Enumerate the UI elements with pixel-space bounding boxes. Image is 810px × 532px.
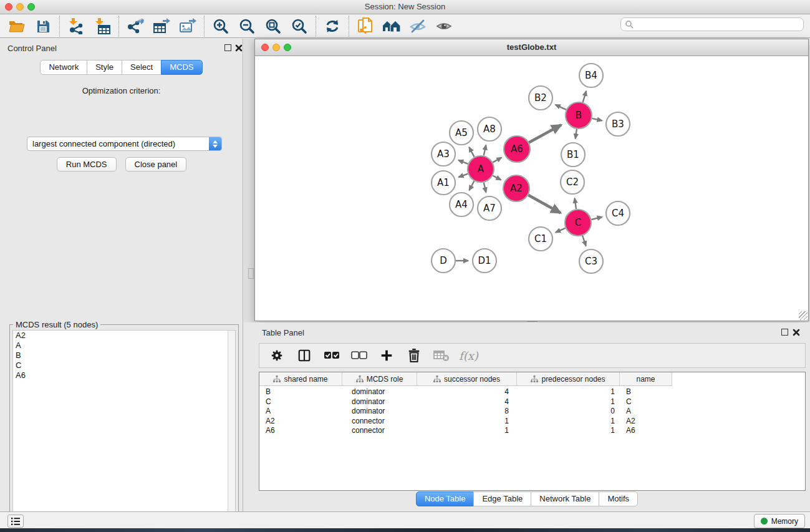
open-folder-icon[interactable] — [4, 16, 30, 36]
splitter-handle[interactable] — [248, 268, 254, 279]
graph-edge-B-B1[interactable] — [576, 129, 577, 139]
graph-edge-C-C2[interactable] — [575, 198, 576, 209]
zoom-in-icon[interactable] — [208, 16, 234, 36]
result-list-item[interactable]: A2 — [13, 331, 235, 341]
node-table[interactable]: shared name MCDS role successor nodes pr… — [259, 372, 806, 491]
tab-network[interactable]: Network — [40, 60, 87, 75]
graph-edge-A6-B[interactable] — [529, 125, 561, 142]
cell-successor-nodes: 1 — [417, 417, 509, 426]
graph-edge-B-B3[interactable] — [592, 118, 602, 121]
cell-mcds-role: connector — [352, 426, 385, 435]
result-list-item[interactable]: B — [13, 351, 235, 360]
tab-mcds[interactable]: MCDS — [161, 60, 202, 75]
search-input[interactable] — [634, 19, 803, 30]
graph-edge-A-A7[interactable] — [484, 183, 486, 193]
cell-shared-name: A6 — [266, 426, 275, 435]
optimization-criterion-label: Optimization criterion: — [0, 86, 243, 95]
result-list-item[interactable]: A — [13, 341, 235, 351]
hide-toggle-icon[interactable] — [405, 16, 431, 36]
graph-edge-A-A4[interactable] — [469, 181, 474, 190]
export-table-icon[interactable] — [148, 16, 175, 36]
houses-icon[interactable] — [378, 16, 405, 36]
table-row[interactable]: A6 connector 1 1 A6 — [259, 426, 805, 436]
run-mcds-button[interactable]: Run MCDS — [57, 157, 117, 172]
column-header-mcds-role[interactable]: MCDS role — [342, 372, 417, 385]
zoom-fit-icon[interactable] — [260, 16, 286, 36]
graph-edge-C-C1[interactable] — [556, 228, 566, 233]
network-window-titlebar[interactable]: testGlobe.txt — [255, 39, 808, 56]
cell-successor-nodes: 4 — [417, 397, 509, 407]
graph-edge-A-A5[interactable] — [469, 147, 474, 157]
memory-button[interactable]: Memory — [754, 514, 805, 528]
table-row[interactable]: A dominator 8 0 A — [259, 407, 805, 417]
table-row[interactable]: C dominator 4 1 C — [259, 397, 805, 407]
graph-edge-C-C3[interactable] — [582, 236, 586, 246]
graph-edge-A-A1[interactable] — [458, 174, 468, 177]
graph-edge-C-C4[interactable] — [591, 217, 602, 220]
table-row[interactable]: B dominator 4 1 B — [259, 387, 805, 397]
add-column-icon[interactable] — [375, 346, 398, 365]
float-table-panel-icon[interactable] — [781, 329, 788, 336]
delete-column-trash-icon[interactable] — [403, 346, 425, 365]
column-header-label: successor nodes — [444, 375, 500, 384]
main-titlebar: Session: New Session — [0, 0, 810, 14]
network-graph-canvas[interactable]: B4B2BB3B1A5A8A6A3AA1A4A7A2C2CC4C1C3DD1 — [255, 56, 808, 321]
show-all-eye-icon[interactable] — [431, 16, 457, 36]
select-all-checkboxes-icon[interactable] — [321, 346, 343, 365]
table-toolbar: f(x) — [259, 343, 806, 368]
tab-node-table[interactable]: Node Table — [416, 491, 475, 506]
graph-edge-B-B4[interactable] — [583, 91, 587, 102]
import-network-icon[interactable] — [63, 16, 89, 36]
column-type-icon — [531, 375, 538, 383]
deselect-all-checkboxes-icon[interactable] — [348, 346, 370, 365]
tab-network-table[interactable]: Network Table — [531, 491, 599, 506]
mcds-result-list[interactable]: A2 A B C A6 — [12, 330, 236, 532]
result-list-item[interactable]: A6 — [13, 370, 235, 380]
zoom-selected-icon[interactable] — [286, 16, 312, 36]
graph-node-label-A7: A7 — [483, 203, 496, 214]
close-panel-icon[interactable] — [235, 44, 243, 52]
result-list-scrollbar[interactable] — [228, 331, 235, 532]
cell-mcds-role: dominator — [352, 407, 385, 416]
graph-edge-A2-C[interactable] — [528, 195, 561, 213]
tab-motifs[interactable]: Motifs — [599, 491, 638, 506]
result-list-item[interactable]: C — [13, 360, 235, 370]
criterion-dropdown[interactable]: largest connected component (directed) — [27, 137, 222, 151]
export-network-icon[interactable] — [122, 16, 148, 36]
cell-shared-name: A — [266, 407, 271, 416]
copy-network-icon[interactable] — [352, 16, 378, 36]
graph-node-label-A3: A3 — [437, 148, 450, 160]
tab-style[interactable]: Style — [87, 60, 122, 75]
cell-name: B — [626, 387, 631, 397]
criterion-dropdown-value: largest connected component (directed) — [27, 139, 209, 148]
graph-edge-B-B2[interactable] — [556, 105, 566, 110]
import-table-icon[interactable] — [89, 16, 115, 36]
refresh-layout-icon[interactable] — [319, 16, 345, 36]
graph-edge-A-A8[interactable] — [484, 145, 486, 155]
column-header-successor-nodes[interactable]: successor nodes — [417, 372, 517, 385]
tab-select[interactable]: Select — [122, 60, 162, 75]
search-field[interactable] — [620, 17, 804, 31]
graph-edge-A-A3[interactable] — [458, 160, 468, 164]
tab-edge-table[interactable]: Edge Table — [473, 491, 531, 506]
float-panel-icon[interactable] — [224, 44, 231, 51]
columns-view-icon[interactable] — [293, 346, 316, 365]
graph-node-label-A5: A5 — [455, 127, 468, 138]
settings-gear-icon[interactable] — [266, 346, 288, 365]
window-resize-grip[interactable] — [799, 311, 808, 320]
graph-node-label-C2: C2 — [566, 177, 579, 188]
close-table-panel-icon[interactable] — [793, 329, 800, 336]
graph-edge-A-A2[interactable] — [493, 176, 501, 180]
graph-edge-A-A6[interactable] — [493, 158, 501, 163]
close-panel-button[interactable]: Close panel — [125, 157, 187, 172]
cell-mcds-role: dominator — [352, 387, 385, 397]
column-header-predecessor-nodes[interactable]: predecessor nodes — [517, 372, 620, 385]
desktop-background — [0, 528, 810, 532]
export-image-icon[interactable] — [175, 16, 201, 36]
zoom-out-icon[interactable] — [234, 16, 260, 36]
table-row[interactable]: A2 connector 1 1 A2 — [259, 417, 805, 427]
column-header-name[interactable]: name — [620, 372, 672, 385]
task-history-button[interactable] — [7, 515, 24, 528]
save-session-icon[interactable] — [30, 16, 56, 36]
column-header-shared-name[interactable]: shared name — [259, 372, 342, 385]
